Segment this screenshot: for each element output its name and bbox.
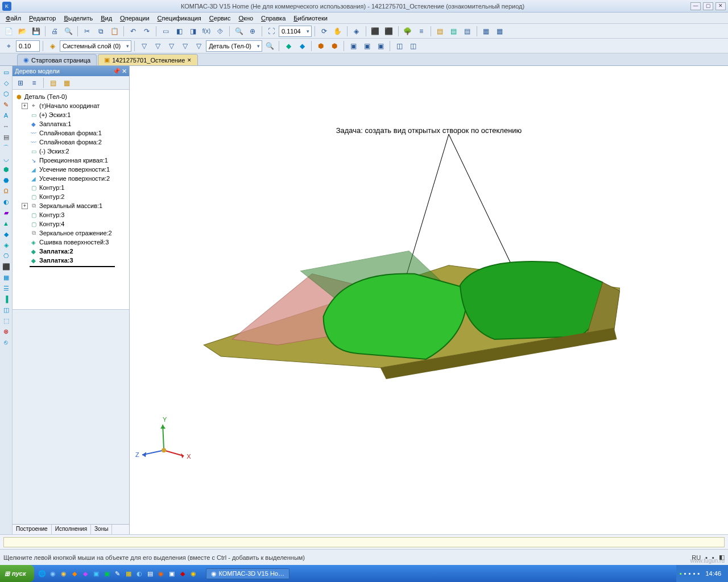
pin-icon[interactable]: 📌 bbox=[113, 68, 121, 75]
ext3-icon[interactable]: ▣ bbox=[374, 40, 387, 52]
tree-tool1-icon[interactable]: ⊞ bbox=[14, 77, 27, 89]
ext5-icon[interactable]: ◫ bbox=[407, 40, 419, 52]
box-icon[interactable]: ⬛ bbox=[369, 25, 382, 38]
vtool-4-icon[interactable]: ✎ bbox=[1, 99, 11, 110]
zoom-window-icon[interactable]: 🔍 bbox=[233, 25, 245, 38]
maximize-button[interactable]: ▢ bbox=[703, 2, 713, 10]
pan-icon[interactable]: ✋ bbox=[332, 25, 344, 38]
doc3-icon[interactable]: ▤ bbox=[461, 25, 474, 38]
layer-combo[interactable]: Системный слой (0) bbox=[60, 40, 131, 52]
tree-item[interactable]: +⧉Зеркальный массив:1 bbox=[14, 201, 128, 210]
cube2-icon[interactable]: ⬢ bbox=[328, 40, 341, 52]
redo-icon[interactable]: ↷ bbox=[140, 25, 153, 38]
surface1-icon[interactable]: ◆ bbox=[282, 40, 295, 52]
vtool-23-icon[interactable]: ◫ bbox=[1, 305, 11, 315]
cut-icon[interactable]: ✂ bbox=[81, 25, 93, 38]
menu-spec[interactable]: Спецификация bbox=[154, 14, 205, 23]
ql-9-icon[interactable]: ▦ bbox=[124, 569, 133, 578]
ql-2-icon[interactable]: ◉ bbox=[48, 569, 57, 578]
vtool-5-icon[interactable]: A bbox=[1, 110, 11, 120]
sketch-icon[interactable]: ▭ bbox=[159, 25, 172, 38]
scale-input[interactable]: 0.10 bbox=[16, 40, 40, 52]
tray-1-icon[interactable]: ▪ bbox=[680, 570, 682, 577]
vtool-20-icon[interactable]: ▦ bbox=[1, 272, 11, 282]
taskbar-app[interactable]: ◉ КОМПАС-3D V15 Ho… bbox=[206, 568, 289, 579]
tree-tool2-icon[interactable]: ≡ bbox=[28, 77, 40, 89]
ql-14-icon[interactable]: ◆ bbox=[178, 569, 187, 578]
tool-a-icon[interactable]: ◧ bbox=[173, 25, 185, 38]
ql-1-icon[interactable]: 🌐 bbox=[38, 569, 47, 578]
filter4-icon[interactable]: ▽ bbox=[179, 40, 191, 52]
tree-root[interactable]: ⬢ Деталь (Тел-0) bbox=[14, 92, 128, 101]
tree-item[interactable]: ◢Усечение поверхности:2 bbox=[14, 174, 128, 183]
undo-icon[interactable]: ↶ bbox=[127, 25, 139, 38]
vtool-24-icon[interactable]: ⬚ bbox=[1, 315, 11, 326]
window2-icon[interactable]: ▦ bbox=[494, 25, 506, 38]
tab-document[interactable]: ▣ 1421275701_Остекление ✕ bbox=[98, 54, 198, 65]
vtool-6-icon[interactable]: ↔ bbox=[1, 121, 11, 131]
tree-tab-build[interactable]: Построение bbox=[13, 525, 52, 534]
filter5-icon[interactable]: ▽ bbox=[192, 40, 205, 52]
tree-item[interactable]: ◆Заплатка:2 bbox=[14, 247, 128, 256]
box2-icon[interactable]: ⬛ bbox=[383, 25, 395, 38]
ql-3-icon[interactable]: ◉ bbox=[59, 569, 68, 578]
paste-icon[interactable]: 📋 bbox=[108, 25, 121, 38]
3d-viewport[interactable]: Задача: создать вид открытых створок по … bbox=[130, 66, 728, 534]
vtool-9-icon[interactable]: ◡ bbox=[1, 153, 11, 164]
menu-file[interactable]: Файл bbox=[2, 14, 24, 23]
menu-edit[interactable]: Редактор bbox=[26, 14, 59, 23]
ql-7-icon[interactable]: ▣ bbox=[102, 569, 111, 578]
vtool-25-icon[interactable]: ⊗ bbox=[1, 326, 11, 336]
anchor-icon[interactable]: ⌖ bbox=[2, 40, 15, 52]
tree-item[interactable]: ▭(+) Эскиз:1 bbox=[14, 110, 128, 119]
tray-4-icon[interactable]: ▪ bbox=[693, 570, 696, 577]
menu-service[interactable]: Сервис bbox=[206, 14, 234, 23]
ql-13-icon[interactable]: ▣ bbox=[167, 569, 176, 578]
expand-icon[interactable]: + bbox=[22, 203, 28, 209]
open-icon[interactable]: 📂 bbox=[16, 25, 28, 38]
ext1-icon[interactable]: ▣ bbox=[347, 40, 359, 52]
ql-5-icon[interactable]: ◆ bbox=[81, 569, 90, 578]
vtool-2-icon[interactable]: ◇ bbox=[1, 78, 11, 88]
filter2-icon[interactable]: ▽ bbox=[151, 40, 164, 52]
vtool-12-icon[interactable]: Ω bbox=[1, 186, 11, 196]
zoom-combo[interactable]: 0.1104 bbox=[279, 26, 312, 37]
vtool-17-icon[interactable]: ◈ bbox=[1, 240, 11, 250]
ext4-icon[interactable]: ◫ bbox=[393, 40, 406, 52]
tray-2-icon[interactable]: ▪ bbox=[684, 570, 686, 577]
vtool-19-icon[interactable]: ⬛ bbox=[1, 261, 11, 272]
expand-icon[interactable]: + bbox=[22, 103, 28, 109]
vtool-3-icon[interactable]: ⬡ bbox=[1, 89, 11, 99]
minimize-button[interactable]: — bbox=[690, 2, 701, 10]
vtool-7-icon[interactable]: ▤ bbox=[1, 132, 11, 142]
menu-operations[interactable]: Операции bbox=[117, 14, 152, 23]
fx-icon[interactable]: f(x) bbox=[200, 25, 213, 38]
filter3-icon[interactable]: ▽ bbox=[165, 40, 177, 52]
ql-4-icon[interactable]: ◆ bbox=[70, 569, 79, 578]
message-input[interactable] bbox=[3, 537, 725, 547]
cube1-icon[interactable]: ⬢ bbox=[315, 40, 327, 52]
tree-item[interactable]: ◢Усечение поверхности:1 bbox=[14, 165, 128, 174]
close-button[interactable]: ✕ bbox=[715, 2, 726, 10]
model-tree[interactable]: ⬢ Деталь (Тел-0) +⌖(т)Начало координат▭(… bbox=[13, 90, 129, 309]
rotate-icon[interactable]: ⟳ bbox=[318, 25, 330, 38]
copy-icon[interactable]: ⧉ bbox=[94, 25, 107, 38]
search-icon[interactable]: 🔍 bbox=[263, 40, 276, 52]
tree-item[interactable]: ▢Контур:1 bbox=[14, 183, 128, 192]
tree-item[interactable]: 〰Сплайновая форма:1 bbox=[14, 128, 128, 138]
vtool-15-icon[interactable]: ▲ bbox=[1, 218, 11, 228]
tree-tab-zones[interactable]: Зоны bbox=[91, 525, 112, 534]
vtool-10-icon[interactable]: ⬢ bbox=[1, 164, 11, 174]
filter1-icon[interactable]: ▽ bbox=[138, 40, 150, 52]
tree-item[interactable]: ◈Сшивка поверхностей:3 bbox=[14, 238, 128, 247]
surface2-icon[interactable]: ◆ bbox=[296, 40, 308, 52]
tree-item[interactable]: ◆Заплатка:3 bbox=[14, 256, 128, 265]
new-icon[interactable]: 📄 bbox=[2, 25, 15, 38]
ql-11-icon[interactable]: ▤ bbox=[146, 569, 155, 578]
menu-view[interactable]: Вид bbox=[97, 14, 115, 23]
vtool-22-icon[interactable]: ▐ bbox=[1, 294, 11, 304]
tree-item[interactable]: 〰Сплайновая форма:2 bbox=[14, 138, 128, 147]
ql-8-icon[interactable]: ✎ bbox=[113, 569, 122, 578]
layer-icon[interactable]: ◈ bbox=[46, 40, 59, 52]
save-icon[interactable]: 💾 bbox=[30, 25, 42, 38]
